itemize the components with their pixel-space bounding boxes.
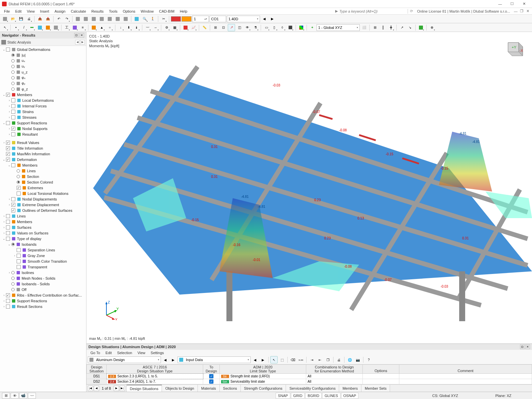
keyword-search[interactable] <box>339 9 406 14</box>
inner-minimize-button[interactable]: — <box>513 9 519 14</box>
tree-item[interactable]: u_z <box>0 69 86 75</box>
tree-item[interactable]: ›Result Sections <box>0 304 86 309</box>
tree-item[interactable]: Mesh Nodes - Solids <box>0 275 86 281</box>
export-button[interactable]: 📤 <box>44 15 52 23</box>
select-arrow-button[interactable]: ↖ <box>270 356 278 363</box>
tree-item[interactable]: Section <box>0 174 86 179</box>
clip-plane-button[interactable]: ◫ <box>236 24 243 31</box>
tree-item[interactable]: ›Resultant <box>0 131 86 137</box>
navigator-tree[interactable]: ⌄Global Deformations|u|uₓuᵧu_zφₓφᵧφ_z⌄✓M… <box>0 46 86 392</box>
coord-system-combo[interactable]: 1 - Global XYZ▾ <box>317 24 360 31</box>
display-mode-2[interactable] <box>82 15 89 23</box>
tree-item[interactable]: ✓Extremes <box>0 185 86 191</box>
grid-toggle[interactable]: ⊞ <box>212 24 219 31</box>
tree-item[interactable]: uₓ <box>0 58 86 64</box>
select-rect-button[interactable]: ⬚ <box>278 356 286 363</box>
axes-button[interactable]: ╋ <box>387 24 395 31</box>
nav-prev[interactable]: ◀ <box>75 40 80 45</box>
color-swatch-2[interactable] <box>182 16 192 22</box>
table-row[interactable]: DS12.3Section 2.3 (LRFD), 1. to 5.✓Str.S… <box>87 374 532 379</box>
tree-item[interactable]: ⌄Isobands <box>0 241 86 247</box>
tree-item[interactable]: ⌄Support Reactions <box>0 120 86 126</box>
maximize-button[interactable]: ☐ <box>506 1 518 7</box>
release-button[interactable]: ○ <box>106 24 113 31</box>
menu-tools[interactable]: Tools <box>106 9 120 14</box>
grid-settings[interactable]: ⊞ <box>371 24 379 31</box>
help-button[interactable] <box>417 24 425 31</box>
tree-item[interactable]: Off <box>0 287 86 292</box>
tree-item[interactable]: ›Surfaces <box>0 224 86 230</box>
design-situations-table[interactable]: DesignSituation ASCE 7 | 2016Design Situ… <box>86 364 532 384</box>
tree-item[interactable]: ›Values on Surfaces <box>0 230 86 236</box>
view-cube[interactable]: +Y -X <box>503 39 524 60</box>
color-scale-button[interactable] <box>298 24 305 31</box>
tree-item[interactable]: ›Internal Forces <box>0 103 86 109</box>
nav-first[interactable]: ◀ <box>162 356 169 363</box>
page-last[interactable]: ▶| <box>120 386 125 391</box>
page-prev[interactable]: ◀ <box>94 386 99 391</box>
bottom-menu-settings[interactable]: Settings <box>148 350 167 355</box>
tree-item[interactable]: Section Colored <box>0 179 86 185</box>
status-toggle-osnap[interactable]: OSNAP <box>341 393 359 399</box>
tree-item[interactable]: ›Stresses <box>0 114 86 120</box>
tree-item[interactable]: ›✓Ribs - Effective Contribution on Surfa… <box>0 292 86 298</box>
nav-next[interactable]: ▶ <box>80 40 85 45</box>
menu-edit[interactable]: Edit <box>13 9 24 14</box>
filter-button[interactable]: ⚗ <box>252 24 259 31</box>
material-button[interactable] <box>71 24 78 31</box>
tab-materials[interactable]: Materials <box>198 385 220 392</box>
page-next[interactable]: ▶ <box>114 386 119 391</box>
save-button[interactable]: 💾 <box>17 15 25 23</box>
hinge-button[interactable] <box>90 24 97 31</box>
display-mode-1[interactable] <box>74 15 81 23</box>
navigator-pin-button[interactable]: ⊡ <box>74 33 79 38</box>
member-button[interactable] <box>28 24 36 31</box>
view-xz-button[interactable]: ▯ <box>271 24 278 31</box>
thickness-button[interactable]: ≡ <box>79 24 86 31</box>
copy-button[interactable]: ❐ <box>324 356 332 363</box>
bottom-menu-edit[interactable]: Edit <box>103 350 114 355</box>
menu-insert[interactable]: Insert <box>37 9 52 14</box>
status-icon-2[interactable]: 👁 <box>11 393 19 399</box>
tree-item[interactable]: ›Gray Zone <box>0 253 86 258</box>
filter-clear-button[interactable]: ⌫ <box>289 356 297 363</box>
tree-item[interactable]: Separation Lines <box>0 247 86 253</box>
datatype-combo[interactable]: Input Data▾ <box>178 356 251 363</box>
next-case-button[interactable]: ▶ <box>269 15 276 23</box>
snap-toggle[interactable]: ⊡ <box>220 24 227 31</box>
addons-button[interactable]: ⊕ <box>428 24 436 31</box>
more-tools-2[interactable]: ↘ <box>406 24 414 31</box>
edit-row-button[interactable]: x.xx <box>297 356 305 363</box>
spin-value[interactable]: 1▴▾ <box>192 16 209 22</box>
camera-button[interactable]: 📷 <box>354 356 361 363</box>
tree-item[interactable]: Smooth Color Transition <box>0 258 86 264</box>
menu-window[interactable]: Window <box>138 9 156 14</box>
analysis-type-combo[interactable]: Static Analysis <box>7 40 75 44</box>
solid-button[interactable] <box>44 24 52 31</box>
navigator-close-button[interactable]: ✕ <box>79 33 84 38</box>
tree-item[interactable]: uᵧ <box>0 64 86 69</box>
tree-item[interactable]: Transparent <box>0 264 86 270</box>
nav-last[interactable]: ▶ <box>170 356 177 363</box>
globe-button[interactable]: 🌐 <box>346 356 353 363</box>
tree-item[interactable]: ›Lines <box>0 213 86 219</box>
tree-item[interactable]: ›Support Reactions <box>0 298 86 304</box>
opening-button[interactable] <box>52 24 60 31</box>
workplane-xy[interactable]: ✦ <box>309 24 316 31</box>
nav-last-2[interactable]: ▶ <box>259 356 267 363</box>
tab-objects-to-design[interactable]: Objects to Design <box>162 385 198 392</box>
status-toggle-grid[interactable]: GRID <box>291 393 305 399</box>
bottom-menu-selection[interactable]: Selection <box>114 350 135 355</box>
tab-sections[interactable]: Sections <box>220 385 241 392</box>
status-toggle-bgrid[interactable]: BGRID <box>305 393 322 399</box>
clip-button[interactable]: ✂ <box>160 15 167 23</box>
help-table-button[interactable]: ? <box>365 356 372 363</box>
dimension-button[interactable]: ↔ <box>152 24 159 31</box>
visibility-button[interactable]: 👁 <box>244 24 251 31</box>
tree-item[interactable]: ›✓Extreme Displacement <box>0 202 86 207</box>
tree-item[interactable]: ›✓Result Values <box>0 140 86 145</box>
loadcase-id-combo[interactable]: CO1 <box>209 16 226 22</box>
display-mode-6[interactable] <box>114 15 121 23</box>
bottom-menu-view[interactable]: View <box>135 350 148 355</box>
tree-item[interactable]: |u| <box>0 52 86 58</box>
